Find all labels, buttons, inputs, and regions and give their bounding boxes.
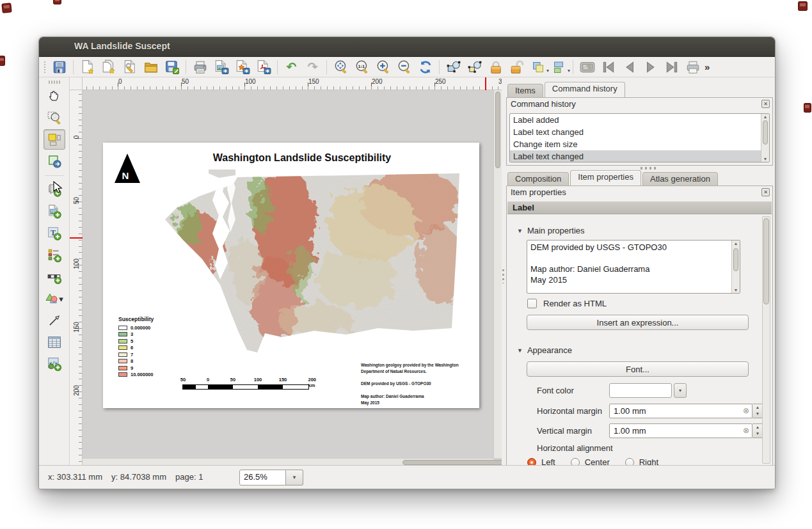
- atlas-print-button[interactable]: [682, 58, 703, 76]
- command-history-list[interactable]: Label added Label text changed Change it…: [509, 113, 770, 162]
- close-icon[interactable]: ✕: [761, 100, 770, 108]
- pan-composer-button[interactable]: [464, 58, 485, 76]
- cursor-position-marker-x: [485, 77, 486, 90]
- atlas-prev-button[interactable]: [619, 58, 640, 76]
- tab-items[interactable]: Items: [507, 84, 543, 97]
- add-html-frame-button[interactable]: </>: [44, 354, 65, 374]
- scroll-up-icon[interactable]: ▲: [732, 241, 740, 246]
- add-attribute-table-button[interactable]: [44, 332, 65, 352]
- font-color-swatch-button[interactable]: [609, 383, 672, 398]
- close-icon[interactable]: ✕: [761, 188, 770, 196]
- north-arrow[interactable]: N: [115, 153, 141, 185]
- open-template-button[interactable]: [140, 58, 161, 76]
- atlas-first-button[interactable]: [598, 58, 619, 76]
- scalebar-label: 50: [230, 377, 235, 383]
- font-button[interactable]: Font...: [527, 361, 749, 377]
- canvas-vertical-scrollbar[interactable]: [493, 90, 502, 458]
- item-properties-scrollbar[interactable]: [762, 216, 770, 464]
- save-as-template-button[interactable]: [161, 58, 182, 76]
- zoom-out-button[interactable]: [394, 58, 415, 76]
- history-item-selected[interactable]: Label text changed: [510, 150, 769, 162]
- add-arrow-button[interactable]: [44, 310, 65, 331]
- tab-command-history[interactable]: Command history: [545, 82, 625, 97]
- scroll-down-icon[interactable]: ▼: [732, 288, 740, 292]
- composition-manager-button[interactable]: [119, 58, 140, 76]
- label-text-input[interactable]: [527, 241, 731, 293]
- font-color-dropdown-button[interactable]: ▾: [674, 383, 687, 398]
- zoom-tool-button[interactable]: [44, 107, 65, 128]
- composer-main-area: T ▾ </> 0 50 100 150 200 250: [39, 77, 776, 466]
- history-scrollbar[interactable]: ▲ ▼: [761, 114, 769, 162]
- add-shape-button[interactable]: ▾: [44, 288, 65, 309]
- new-composition-button[interactable]: [77, 58, 98, 76]
- add-scalebar-button[interactable]: [44, 267, 65, 287]
- export-svg-button[interactable]: [232, 58, 253, 76]
- scroll-up-icon[interactable]: ▲: [761, 114, 769, 119]
- label-text-scrollbar[interactable]: ▲ ▼: [731, 241, 740, 293]
- select-move-item-button[interactable]: [44, 129, 65, 150]
- add-label-button[interactable]: T: [44, 223, 65, 244]
- dock-splitter-handle[interactable]: [641, 167, 657, 170]
- undo-button[interactable]: ↶: [281, 58, 302, 76]
- unlock-items-button[interactable]: [506, 58, 527, 76]
- insert-expression-button[interactable]: Insert an expression...: [527, 315, 749, 330]
- ruler-corner: [70, 77, 83, 90]
- clear-icon[interactable]: ⊗: [743, 406, 749, 416]
- tab-composition[interactable]: Composition: [507, 172, 569, 186]
- export-pdf-button[interactable]: [253, 58, 274, 76]
- credits-label[interactable]: Washington geolgoy provided by the Washi…: [361, 362, 470, 406]
- history-item[interactable]: Label text changed: [510, 126, 769, 138]
- toolbar-separator: [573, 60, 573, 74]
- lock-icon: [488, 59, 504, 75]
- map-item[interactable]: [164, 170, 459, 356]
- atlas-settings-button[interactable]: [577, 58, 598, 76]
- zoom-full-button[interactable]: [330, 58, 351, 76]
- redo-button[interactable]: ↷: [302, 58, 323, 76]
- print-button[interactable]: [189, 58, 211, 76]
- ruler-tick-label: 250: [435, 78, 446, 85]
- caret-down-icon: ▾: [293, 474, 296, 480]
- raise-items-button[interactable]: ▾: [527, 58, 548, 76]
- composition-viewport[interactable]: Washington Landslide Susceptibility N N: [83, 90, 493, 458]
- cursor-position-marker-y: [70, 237, 83, 239]
- duplicate-composition-button[interactable]: [98, 58, 119, 76]
- atlas-last-button[interactable]: [661, 58, 682, 76]
- scroll-down-icon[interactable]: ▼: [761, 157, 769, 161]
- vertical-margin-input[interactable]: 1.00 mm⊗: [609, 423, 752, 438]
- map-title-label[interactable]: Washington Landslide Susceptibility: [154, 152, 450, 164]
- map-legend[interactable]: Susceptibility 0.000000 3 5 6 7 8 9 10.0…: [118, 316, 154, 378]
- horizontal-margin-input[interactable]: 1.00 mm⊗: [609, 404, 752, 418]
- render-as-html-checkbox[interactable]: [527, 299, 537, 308]
- pan-tool-button[interactable]: [44, 86, 65, 106]
- zoom-to-selected-button[interactable]: [443, 58, 464, 76]
- zoom-level-dropdown-button[interactable]: ▾: [286, 470, 303, 486]
- toolbar-grip[interactable]: [49, 81, 60, 84]
- toolbar-grip[interactable]: [43, 61, 46, 73]
- tab-item-properties[interactable]: Item properties: [570, 170, 641, 186]
- desktop-icon: [0, 56, 5, 66]
- main-properties-expander[interactable]: ▼ Main properties: [517, 226, 585, 235]
- export-image-button[interactable]: [211, 58, 232, 76]
- toolbar-overflow-button[interactable]: »: [705, 61, 710, 72]
- tab-atlas-generation[interactable]: Atlas generation: [642, 172, 718, 186]
- history-item[interactable]: Label added: [510, 114, 769, 126]
- save-project-button[interactable]: [49, 58, 70, 76]
- add-legend-button[interactable]: [44, 245, 65, 265]
- add-image-button[interactable]: [44, 201, 65, 222]
- atlas-next-button[interactable]: [640, 58, 661, 76]
- refresh-button[interactable]: [415, 58, 436, 76]
- clear-icon[interactable]: ⊗: [743, 426, 749, 436]
- align-items-button[interactable]: ▾: [548, 58, 569, 76]
- composition-page[interactable]: Washington Landslide Susceptibility N N: [103, 143, 479, 408]
- appearance-expander[interactable]: ▼ Appearance: [517, 345, 572, 355]
- zoom-actual-button[interactable]: 1:1: [351, 58, 372, 76]
- add-arrow-icon: [47, 313, 62, 328]
- zoom-level-input[interactable]: 26.5%: [239, 470, 286, 486]
- scalebar-label: 150: [279, 377, 287, 383]
- move-item-content-button[interactable]: [44, 151, 65, 171]
- history-item[interactable]: Change item size: [510, 138, 769, 150]
- lock-items-button[interactable]: [485, 58, 506, 76]
- title-bar[interactable]: WA Landslide Suscept: [39, 37, 775, 57]
- scale-bar[interactable]: 50 0 50 100 150 200 km: [182, 377, 322, 390]
- zoom-in-button[interactable]: [372, 58, 394, 76]
